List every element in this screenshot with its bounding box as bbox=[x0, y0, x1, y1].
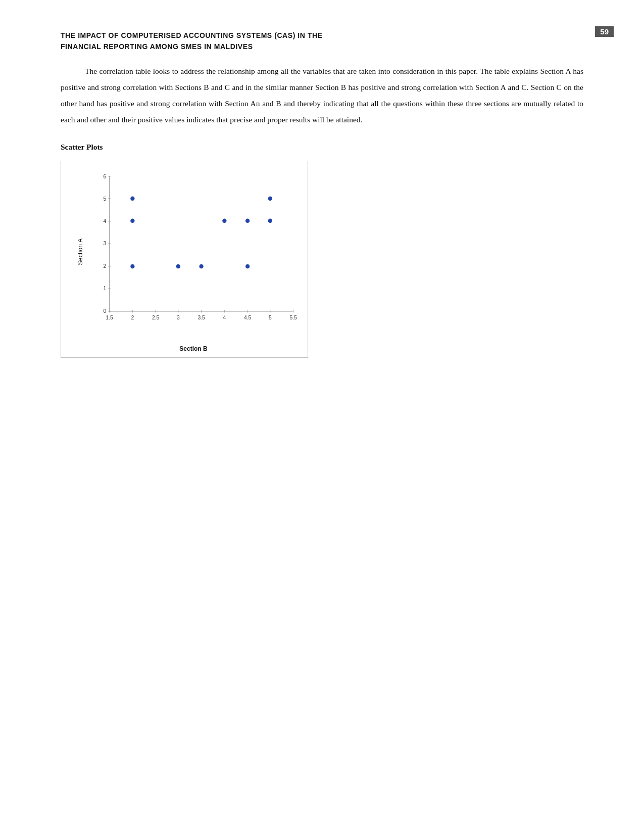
svg-text:0: 0 bbox=[104, 308, 107, 314]
page: 59 THE IMPACT OF COMPUTERISED ACCOUNTING… bbox=[0, 0, 644, 834]
svg-text:5.5: 5.5 bbox=[289, 314, 297, 320]
svg-text:3.5: 3.5 bbox=[197, 314, 205, 320]
scatter-plot-container: Section A 0 1 2 3 4 5 bbox=[61, 161, 308, 358]
svg-text:6: 6 bbox=[104, 173, 107, 179]
data-point bbox=[130, 264, 134, 269]
data-point bbox=[245, 219, 250, 223]
data-point bbox=[199, 264, 203, 269]
svg-text:3: 3 bbox=[177, 314, 180, 320]
data-point bbox=[176, 264, 180, 269]
scatter-plot-svg: 0 1 2 3 4 5 6 1.5 bbox=[88, 170, 299, 333]
svg-text:5: 5 bbox=[269, 314, 272, 320]
x-axis-label: Section B bbox=[179, 345, 207, 352]
svg-text:2.5: 2.5 bbox=[152, 314, 160, 320]
svg-text:4: 4 bbox=[104, 218, 107, 224]
svg-text:2: 2 bbox=[104, 263, 107, 269]
data-point bbox=[222, 219, 226, 223]
section-heading-scatter-plots: Scatter Plots bbox=[61, 143, 583, 152]
y-axis-label: Section A bbox=[77, 239, 84, 265]
page-number: 59 bbox=[595, 26, 614, 37]
data-point bbox=[245, 264, 250, 269]
body-text: The correlation table looks to address t… bbox=[61, 63, 583, 127]
data-point bbox=[130, 219, 134, 223]
chart-area: Section A 0 1 2 3 4 5 bbox=[88, 170, 299, 333]
svg-text:2: 2 bbox=[131, 314, 134, 320]
document-title: THE IMPACT OF COMPUTERISED ACCOUNTING SY… bbox=[61, 30, 583, 52]
svg-text:5: 5 bbox=[104, 196, 107, 202]
svg-text:1: 1 bbox=[104, 285, 107, 291]
data-point bbox=[268, 197, 272, 201]
svg-text:4.5: 4.5 bbox=[244, 314, 252, 320]
svg-text:4: 4 bbox=[223, 314, 226, 320]
svg-text:3: 3 bbox=[104, 240, 107, 246]
data-point bbox=[268, 219, 272, 223]
svg-text:1.5: 1.5 bbox=[106, 314, 113, 320]
data-point bbox=[130, 197, 134, 201]
